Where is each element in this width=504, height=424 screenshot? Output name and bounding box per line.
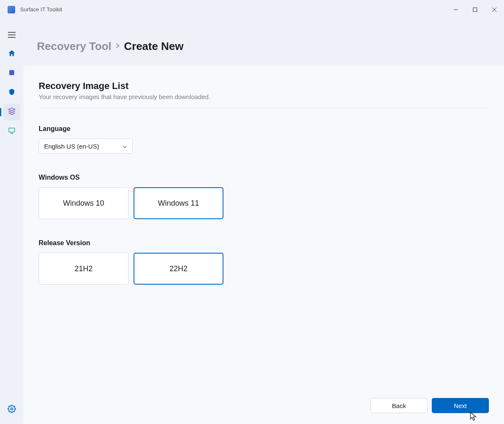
maximize-button[interactable] [465, 3, 485, 16]
language-label: Language [39, 125, 489, 133]
data-eraser-icon [8, 69, 16, 78]
release-label: Release Version [39, 239, 489, 247]
chevron-right-icon [116, 42, 120, 51]
divider [39, 108, 489, 108]
back-button[interactable]: Back [370, 398, 428, 413]
window-title: Surface IT Toolkit [20, 6, 62, 13]
content-area: Recovery Tool Create New Recovery Image … [24, 19, 504, 424]
hamburger-icon [8, 34, 16, 35]
footer: Back Next [39, 390, 489, 424]
svg-rect-1 [473, 8, 477, 11]
home-icon [8, 49, 16, 59]
sidebar-item-data-eraser[interactable] [3, 65, 20, 82]
release-option-22h2[interactable]: 22H2 [134, 253, 223, 285]
svg-rect-4 [9, 70, 14, 75]
chevron-down-icon [122, 144, 127, 149]
settings-icon [8, 405, 16, 415]
uefi-config-icon [8, 88, 16, 97]
breadcrumb-parent[interactable]: Recovery Tool [37, 40, 111, 53]
os-options: Windows 10 Windows 11 [39, 187, 489, 219]
breadcrumb: Recovery Tool Create New [37, 40, 504, 53]
panel-subheading: Your recovery images that have previousl… [39, 93, 489, 100]
hamburger-button[interactable] [3, 26, 20, 43]
svg-point-7 [11, 408, 13, 410]
os-option-label: Windows 11 [158, 199, 199, 208]
release-option-label: 22H2 [169, 264, 187, 273]
sidebar-item-uefi[interactable] [3, 84, 20, 101]
minimize-button[interactable] [446, 3, 465, 16]
back-button-label: Back [392, 402, 406, 409]
os-option-windows-11[interactable]: Windows 11 [134, 187, 223, 219]
language-select[interactable]: English US (en-US) [39, 139, 133, 154]
language-selected-value: English US (en-US) [44, 143, 99, 150]
breadcrumb-current: Create New [124, 40, 184, 53]
sidebar-item-recovery-tool[interactable] [3, 104, 20, 120]
recovery-tool-icon [8, 107, 16, 117]
close-button[interactable] [485, 3, 504, 16]
sidebar [0, 19, 24, 424]
release-option-label: 21H2 [74, 264, 92, 273]
diagnostics-icon [8, 127, 16, 136]
sidebar-item-diagnostics[interactable] [3, 123, 20, 140]
panel-heading: Recovery Image List [39, 81, 489, 92]
os-option-windows-10[interactable]: Windows 10 [39, 187, 129, 219]
window-controls [446, 3, 504, 16]
svg-rect-5 [9, 128, 15, 132]
sidebar-item-settings[interactable] [3, 401, 20, 418]
titlebar: Surface IT Toolkit [0, 0, 504, 19]
os-option-label: Windows 10 [63, 199, 104, 208]
release-options: 21H2 22H2 [39, 253, 489, 285]
next-button[interactable]: Next [432, 398, 489, 413]
next-button-label: Next [454, 402, 467, 409]
os-label: Windows OS [39, 174, 489, 181]
sidebar-item-home[interactable] [3, 46, 20, 63]
main-panel: Recovery Image List Your recovery images… [24, 65, 504, 424]
app-icon [8, 6, 15, 13]
release-option-21h2[interactable]: 21H2 [39, 253, 129, 285]
